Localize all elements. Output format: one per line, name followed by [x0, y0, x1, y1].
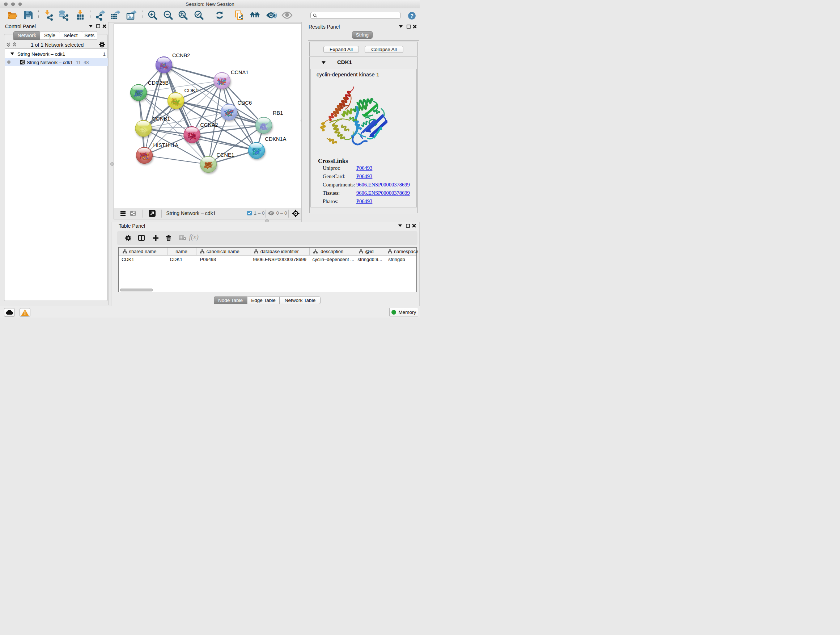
- svg-text:CDC25B: CDC25B: [148, 80, 169, 86]
- svg-text:CCNB2: CCNB2: [172, 52, 190, 58]
- svg-text:CDC6: CDC6: [237, 100, 251, 106]
- svg-text:CCNE1: CCNE1: [216, 152, 234, 157]
- svg-text:CDKN1A: CDKN1A: [265, 136, 286, 142]
- svg-text:HIST1H1A: HIST1H1A: [153, 142, 178, 148]
- svg-text:CCNA2: CCNA2: [200, 122, 218, 127]
- svg-text:CCNA1: CCNA1: [231, 69, 248, 75]
- svg-text:CCNB1: CCNB1: [152, 116, 170, 121]
- svg-text:CDK1: CDK1: [184, 87, 198, 93]
- svg-text:RB1: RB1: [273, 110, 283, 116]
